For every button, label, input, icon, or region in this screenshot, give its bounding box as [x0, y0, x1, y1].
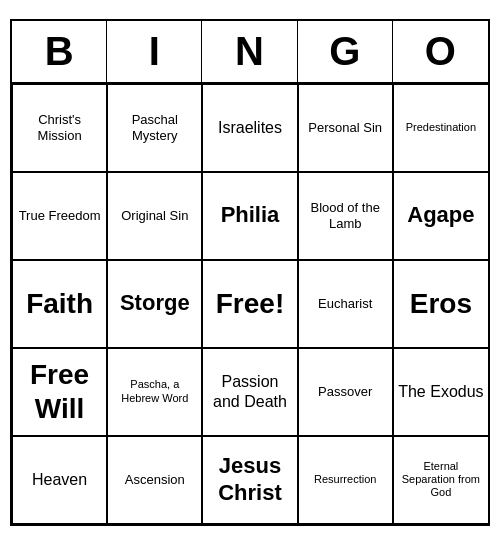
bingo-cell: Original Sin — [107, 172, 202, 260]
cell-text: True Freedom — [19, 208, 101, 224]
bingo-grid: Christ's MissionPaschal MysteryIsraelite… — [12, 84, 488, 524]
bingo-cell: Blood of the Lamb — [298, 172, 393, 260]
bingo-cell: Heaven — [12, 436, 107, 524]
cell-text: Free Will — [17, 358, 102, 425]
bingo-cell: Passover — [298, 348, 393, 436]
bingo-cell: Free Will — [12, 348, 107, 436]
cell-text: Personal Sin — [308, 120, 382, 136]
cell-text: Passover — [318, 384, 372, 400]
bingo-cell: Philia — [202, 172, 297, 260]
cell-text: Paschal Mystery — [112, 112, 197, 143]
bingo-cell: Passion and Death — [202, 348, 297, 436]
bingo-cell: Pascha, a Hebrew Word — [107, 348, 202, 436]
bingo-cell: Resurrection — [298, 436, 393, 524]
header-letter: G — [298, 21, 393, 82]
cell-text: Storge — [120, 290, 190, 316]
cell-text: Ascension — [125, 472, 185, 488]
bingo-cell: Eucharist — [298, 260, 393, 348]
bingo-cell: Eternal Separation from God — [393, 436, 488, 524]
header-letter: B — [12, 21, 107, 82]
cell-text: Israelites — [218, 118, 282, 137]
cell-text: Free! — [216, 287, 284, 321]
bingo-cell: Israelites — [202, 84, 297, 172]
bingo-cell: Christ's Mission — [12, 84, 107, 172]
bingo-cell: Personal Sin — [298, 84, 393, 172]
cell-text: Christ's Mission — [17, 112, 102, 143]
cell-text: Agape — [407, 202, 474, 228]
header-letter: I — [107, 21, 202, 82]
header-letter: O — [393, 21, 488, 82]
cell-text: Eucharist — [318, 296, 372, 312]
bingo-cell: Jesus Christ — [202, 436, 297, 524]
cell-text: The Exodus — [398, 382, 483, 401]
cell-text: Original Sin — [121, 208, 188, 224]
header-letter: N — [202, 21, 297, 82]
bingo-cell: Free! — [202, 260, 297, 348]
cell-text: Heaven — [32, 470, 87, 489]
bingo-cell: Predestination — [393, 84, 488, 172]
bingo-header: BINGO — [12, 21, 488, 84]
bingo-cell: Paschal Mystery — [107, 84, 202, 172]
bingo-cell: Ascension — [107, 436, 202, 524]
bingo-cell: Eros — [393, 260, 488, 348]
cell-text: Philia — [221, 202, 280, 228]
cell-text: Blood of the Lamb — [303, 200, 388, 231]
bingo-card: BINGO Christ's MissionPaschal MysteryIsr… — [10, 19, 490, 526]
cell-text: Eternal Separation from God — [398, 460, 484, 500]
cell-text: Resurrection — [314, 473, 376, 486]
cell-text: Jesus Christ — [207, 453, 292, 506]
cell-text: Eros — [410, 287, 472, 321]
bingo-cell: Agape — [393, 172, 488, 260]
bingo-cell: Storge — [107, 260, 202, 348]
cell-text: Passion and Death — [207, 372, 292, 410]
bingo-cell: True Freedom — [12, 172, 107, 260]
cell-text: Pascha, a Hebrew Word — [112, 378, 197, 404]
cell-text: Predestination — [406, 121, 476, 134]
bingo-cell: Faith — [12, 260, 107, 348]
cell-text: Faith — [26, 287, 93, 321]
bingo-cell: The Exodus — [393, 348, 488, 436]
